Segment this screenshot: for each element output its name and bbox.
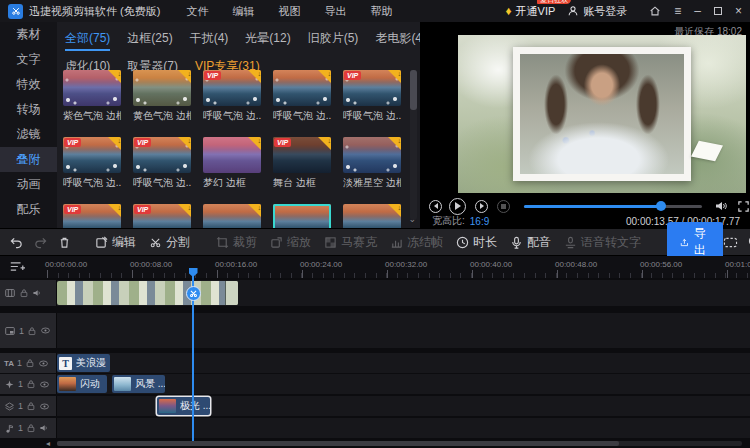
category-tab[interactable]: 边框(25) [127, 30, 172, 51]
aspect-ratio-value[interactable]: 16:9 [470, 216, 489, 227]
overlay-item[interactable]: VIP ↓ [133, 204, 191, 228]
overlay-item[interactable]: VIP ↓ [63, 204, 121, 228]
category-tab[interactable]: 全部(75) [65, 30, 110, 51]
overlay-item[interactable]: VIP ↓ 黄色气泡 边框 [133, 70, 191, 123]
text-clip[interactable]: T 美浪漫 [57, 354, 110, 372]
undo-button[interactable] [10, 236, 23, 249]
text-track-lane[interactable]: T 美浪漫 [57, 353, 750, 373]
timeline-ruler[interactable]: 00:00:00.0000:00:08.0000:00:16.0000:00:2… [0, 256, 750, 278]
sidebar-item[interactable]: 动画 [0, 172, 57, 197]
overlay-thumbnail[interactable]: VIP ↓ [63, 204, 121, 228]
video-clip[interactable] [57, 281, 238, 305]
scale-button[interactable]: 缩放 [270, 234, 311, 251]
overlay-thumbnail[interactable]: VIP ↓ [343, 137, 401, 173]
text-track-header[interactable]: TA 1 [0, 353, 57, 373]
overlay-thumbnail[interactable]: VIP ↓ [343, 204, 401, 228]
lock-icon[interactable] [19, 288, 29, 298]
menu-item[interactable]: 文件 [186, 4, 208, 19]
music-track-header[interactable]: 1 [0, 418, 57, 438]
overlay-item[interactable]: VIP ↓ [273, 204, 331, 228]
volume-icon[interactable] [714, 199, 728, 213]
fit-timeline-icon[interactable] [723, 236, 738, 249]
speech-to-text-button[interactable]: 语音转文字 [564, 234, 641, 251]
pip-track-header[interactable]: 1 [0, 313, 57, 348]
eye-icon[interactable] [40, 325, 51, 336]
overlay-thumbnail[interactable]: VIP ↓ [133, 137, 191, 173]
close-button[interactable]: × [735, 5, 742, 17]
effect-clip-1[interactable]: 闪动 [57, 375, 107, 393]
scroll-left-arrow-icon[interactable]: ◂ [46, 439, 50, 448]
eye-icon[interactable] [39, 379, 50, 390]
home-icon[interactable] [649, 5, 661, 17]
effect-clip-2[interactable]: 风景 ... [112, 375, 165, 393]
speaker-icon[interactable] [32, 288, 42, 298]
playhead-split-button[interactable] [186, 286, 201, 301]
overlay-thumbnail[interactable]: VIP ↓ [203, 70, 261, 106]
overlay-track-header[interactable]: 1 [0, 396, 57, 416]
category-tab[interactable]: 老电影(4) [375, 30, 426, 51]
fullscreen-icon[interactable] [737, 200, 750, 213]
overlay-item[interactable]: VIP ↓ 淡雅星空 边框 [343, 137, 401, 190]
menu-item[interactable]: 帮助 [370, 4, 392, 19]
sidebar-item[interactable]: 素材 [0, 22, 57, 47]
menu-item[interactable]: 编辑 [232, 4, 254, 19]
category-tab[interactable]: 旧胶片(5) [308, 30, 359, 51]
eye-icon[interactable] [38, 358, 49, 369]
sidebar-item[interactable]: 转场 [0, 97, 57, 122]
overlay-thumbnail[interactable]: VIP ↓ [343, 70, 401, 106]
overlay-item[interactable]: VIP ↓ 梦幻 边框 [203, 137, 261, 190]
eye-icon[interactable] [39, 401, 50, 412]
library-scrollbar[interactable] [410, 70, 417, 220]
overlay-thumbnail[interactable]: VIP ↓ [203, 137, 261, 173]
minimize-button[interactable]: – [694, 5, 701, 17]
category-tab[interactable]: 干扰(4) [190, 30, 229, 51]
overlay-thumbnail[interactable]: VIP ↓ [273, 137, 331, 173]
sidebar-item[interactable]: 配乐 [0, 197, 57, 222]
sidebar-item[interactable]: 文字 [0, 47, 57, 72]
account-login-button[interactable]: 账号登录 [567, 4, 627, 19]
overlay-item[interactable]: VIP ↓ 呼吸气泡 边... [203, 70, 261, 123]
timeline-hscrollbar[interactable] [57, 441, 742, 446]
overlay-thumbnail[interactable]: VIP ↓ [273, 204, 331, 228]
edit-button[interactable]: 编辑 [95, 234, 136, 251]
crop-button[interactable]: 裁剪 [216, 234, 257, 251]
overlay-item[interactable]: VIP ↓ 紫色气泡 边框 [63, 70, 121, 123]
overlay-thumbnail[interactable]: VIP ↓ [203, 204, 261, 228]
delete-button[interactable] [58, 236, 71, 249]
effect-track-header[interactable]: 1 [0, 374, 57, 394]
lock-icon[interactable] [26, 401, 36, 411]
pip-track-lane[interactable] [57, 313, 750, 348]
mosaic-button[interactable]: 马赛克 [324, 234, 377, 251]
overlay-item[interactable]: VIP ↓ [343, 204, 401, 228]
lock-icon[interactable] [26, 423, 36, 433]
overlay-item[interactable]: VIP ↓ 呼吸气泡 边... [133, 137, 191, 190]
overlay-thumbnail[interactable]: VIP ↓ [63, 137, 121, 173]
overlay-item[interactable]: VIP ↓ 呼吸气泡 边... [343, 70, 401, 123]
duration-button[interactable]: 时长 [456, 234, 497, 251]
scroll-down-caret-icon[interactable]: ⌄ [408, 215, 416, 224]
sidebar-item[interactable]: 特效 [0, 72, 57, 97]
sidebar-item[interactable]: 叠附 [0, 147, 57, 172]
overlay-thumbnail[interactable]: VIP ↓ [133, 204, 191, 228]
overlay-thumbnail[interactable]: VIP ↓ [133, 70, 191, 106]
lock-icon[interactable] [26, 379, 36, 389]
overlay-thumbnail[interactable]: VIP ↓ [273, 70, 331, 106]
open-vip-button[interactable]: ♦ 开通VIP 夏日狂欢 [505, 4, 555, 19]
menu-item[interactable]: 视图 [278, 4, 300, 19]
freeze-frame-button[interactable]: 冻结帧 [390, 234, 443, 251]
dubbing-button[interactable]: 配音 [510, 234, 551, 251]
stop-button[interactable] [497, 200, 510, 213]
category-tab[interactable]: 光晕(12) [245, 30, 290, 51]
main-menu-icon[interactable]: ≡ [674, 5, 681, 17]
step-back-button[interactable] [429, 200, 442, 213]
lock-icon[interactable] [27, 326, 37, 336]
music-track-lane[interactable] [57, 418, 750, 438]
maximize-button[interactable] [714, 7, 722, 15]
video-track-lane[interactable] [57, 280, 750, 306]
step-forward-button[interactable] [475, 200, 488, 213]
lock-icon[interactable] [25, 358, 35, 368]
play-button[interactable] [449, 198, 466, 215]
overlay-item[interactable]: VIP ↓ 呼吸气泡 边... [273, 70, 331, 123]
seek-handle[interactable] [656, 201, 666, 211]
menu-item[interactable]: 导出 [324, 4, 346, 19]
